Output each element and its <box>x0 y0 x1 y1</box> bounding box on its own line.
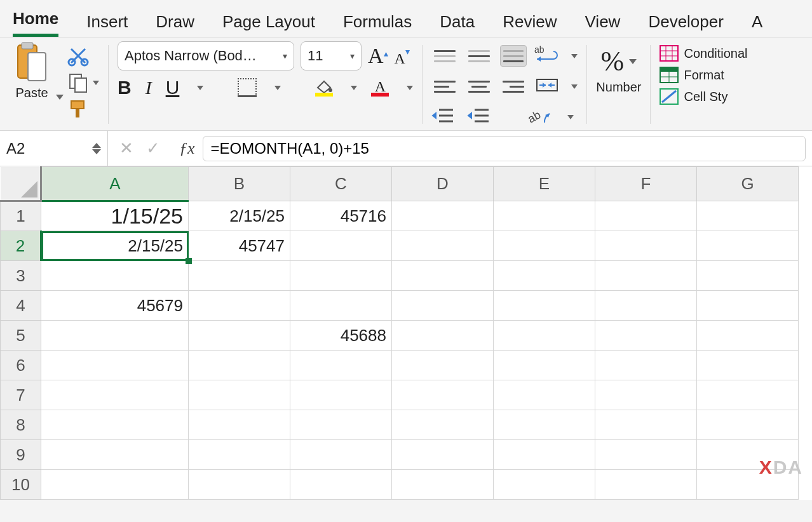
column-header-E[interactable]: E <box>494 167 595 201</box>
formula-input[interactable] <box>203 136 806 161</box>
cell-F2[interactable] <box>595 231 697 261</box>
wrap-dropdown-icon[interactable] <box>571 54 578 58</box>
cell-B6[interactable] <box>189 351 290 380</box>
cell-A5[interactable] <box>41 321 189 351</box>
orientation-button[interactable]: ab <box>527 105 552 129</box>
cell-G7[interactable] <box>697 380 799 410</box>
number-format-icon[interactable]: % <box>601 45 622 77</box>
cell-B2[interactable]: 45747 <box>189 231 290 261</box>
cell-D3[interactable] <box>392 261 494 291</box>
cell-B7[interactable] <box>189 380 290 410</box>
tab-home[interactable]: Home <box>13 9 58 37</box>
cell-B5[interactable] <box>189 321 290 351</box>
tab-addins-cut[interactable]: A <box>752 12 762 37</box>
cell-A3[interactable] <box>41 261 189 291</box>
row-header-9[interactable]: 9 <box>1 440 41 470</box>
increase-indent-button[interactable] <box>467 106 491 128</box>
row-header-10[interactable]: 10 <box>1 470 41 500</box>
tab-draw[interactable]: Draw <box>156 12 194 37</box>
cell-B8[interactable] <box>189 410 290 440</box>
underline-button[interactable]: U <box>166 77 180 98</box>
align-middle-button[interactable] <box>466 45 492 67</box>
cell-F8[interactable] <box>595 410 697 440</box>
tab-formulas[interactable]: Formulas <box>343 12 412 37</box>
tab-developer[interactable]: Developer <box>648 12 724 37</box>
font-color-button[interactable]: A <box>371 79 389 97</box>
cell-G8[interactable] <box>697 410 799 440</box>
tab-page-layout[interactable]: Page Layout <box>222 12 315 37</box>
align-right-button[interactable] <box>500 76 527 97</box>
column-header-B[interactable]: B <box>189 167 290 201</box>
row-header-2[interactable]: 2 <box>1 231 41 261</box>
cell-C8[interactable] <box>290 410 392 440</box>
cancel-formula-button[interactable]: ✕ <box>119 138 133 158</box>
cell-A8[interactable] <box>41 410 189 440</box>
cell-G5[interactable] <box>697 321 799 351</box>
cell-D1[interactable] <box>392 201 494 231</box>
align-bottom-button[interactable] <box>500 45 527 67</box>
cell-E7[interactable] <box>494 380 595 410</box>
font-size-dropdown[interactable]: 11▾ <box>301 41 362 70</box>
cell-G6[interactable] <box>697 351 799 380</box>
tab-view[interactable]: View <box>585 12 621 37</box>
cell-F5[interactable] <box>595 321 697 351</box>
row-header-6[interactable]: 6 <box>1 351 41 380</box>
column-header-G[interactable]: G <box>697 167 799 201</box>
cell-E6[interactable] <box>494 351 595 380</box>
column-header-A[interactable]: A <box>41 167 189 201</box>
column-header-F[interactable]: F <box>595 167 697 201</box>
cell-F9[interactable] <box>595 440 697 470</box>
cell-D2[interactable] <box>392 231 494 261</box>
cell-C5[interactable]: 45688 <box>290 321 392 351</box>
grow-font-button[interactable]: A▴ <box>368 45 388 67</box>
align-center-button[interactable] <box>466 76 492 97</box>
cell-A4[interactable]: 45679 <box>41 291 189 321</box>
fill-dropdown-icon[interactable] <box>351 86 357 90</box>
name-box[interactable]: A2 <box>0 131 108 166</box>
conditional-formatting-button[interactable]: Conditional <box>660 45 747 62</box>
paste-button[interactable]: Paste <box>11 41 52 100</box>
cell-D9[interactable] <box>392 440 494 470</box>
borders-button[interactable] <box>238 78 257 97</box>
cell-C10[interactable] <box>290 470 392 500</box>
accept-formula-button[interactable]: ✓ <box>146 138 160 158</box>
cell-D10[interactable] <box>392 470 494 500</box>
tab-review[interactable]: Review <box>503 12 557 37</box>
cell-B4[interactable] <box>189 291 290 321</box>
cell-A6[interactable] <box>41 351 189 380</box>
align-left-button[interactable] <box>431 76 458 97</box>
format-painter-button[interactable] <box>67 98 99 120</box>
paste-dropdown-icon[interactable] <box>56 95 64 100</box>
cell-B9[interactable] <box>189 440 290 470</box>
cell-styles-button[interactable]: Cell Sty <box>660 88 727 105</box>
bold-button[interactable]: B <box>118 77 132 98</box>
cell-E9[interactable] <box>494 440 595 470</box>
cell-E3[interactable] <box>494 261 595 291</box>
cell-E4[interactable] <box>494 291 595 321</box>
cell-C6[interactable] <box>290 351 392 380</box>
merge-dropdown-icon[interactable] <box>571 84 578 89</box>
cell-F3[interactable] <box>595 261 697 291</box>
cell-A1[interactable]: 1/15/25 <box>41 201 189 231</box>
tab-data[interactable]: Data <box>440 12 475 37</box>
cell-E1[interactable] <box>494 201 595 231</box>
row-header-1[interactable]: 1 <box>1 201 41 231</box>
cell-D5[interactable] <box>392 321 494 351</box>
row-header-4[interactable]: 4 <box>1 291 41 321</box>
font-color-dropdown-icon[interactable] <box>407 86 413 90</box>
fill-color-button[interactable] <box>315 79 333 97</box>
orientation-dropdown-icon[interactable] <box>567 115 574 119</box>
cell-E2[interactable] <box>494 231 595 261</box>
cell-C1[interactable]: 45716 <box>290 201 392 231</box>
cell-A7[interactable] <box>41 380 189 410</box>
cell-G2[interactable] <box>697 231 799 261</box>
cell-C4[interactable] <box>290 291 392 321</box>
cell-B3[interactable] <box>189 261 290 291</box>
cell-A2[interactable]: 2/15/25 <box>41 231 189 261</box>
cell-F10[interactable] <box>595 470 697 500</box>
column-header-D[interactable]: D <box>392 167 494 201</box>
wrap-text-button[interactable]: ab <box>534 44 560 68</box>
align-top-button[interactable] <box>431 45 458 67</box>
italic-button[interactable]: I <box>145 77 152 98</box>
cell-F1[interactable] <box>595 201 697 231</box>
